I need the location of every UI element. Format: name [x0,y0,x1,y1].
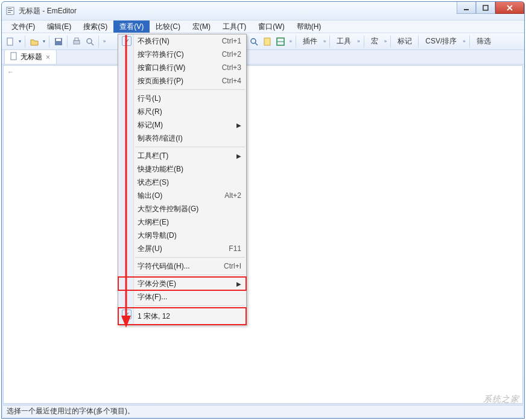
menu-view[interactable]: 查看(V) [113,21,150,33]
menu-item-label: 标记(M) [138,120,236,130]
toolbar-overflow-icon[interactable]: » [288,39,293,44]
svg-rect-4 [464,9,469,10]
menu-item-label: 快捷功能栏(B) [138,164,241,174]
menu-nowrap[interactable]: ✓ 不换行(N) Ctrl+1 [118,34,246,48]
view-menu-dropdown: ✓ 不换行(N) Ctrl+1 按字符换行(C) Ctrl+2 按窗口换行(W)… [118,34,247,325]
menu-font-category[interactable]: 字体分类(E)▶ [118,277,246,290]
tab-close-button[interactable]: × [45,53,51,62]
menu-line-number[interactable]: 行号(L) [118,92,246,105]
svg-rect-20 [11,52,16,60]
toolbar-group-marker[interactable]: 标记 [394,36,416,46]
menu-compare[interactable]: 比较(C) [150,21,186,33]
menu-char-code[interactable]: 字符代码值(H)...Ctrl+I [118,259,246,273]
menu-wrap-page[interactable]: 按页面换行(P) Ctrl+4 [118,74,246,88]
separator [49,36,50,48]
minimize-button[interactable] [457,2,476,14]
menu-wrap-char[interactable]: 按字符换行(C) Ctrl+2 [118,48,246,61]
new-dropdown-icon[interactable]: ▾ [17,39,22,44]
toolbar-group-plugins[interactable]: 插件 [299,36,321,46]
menu-fullscreen[interactable]: 全屏(U)F11 [118,242,246,255]
eof-marker: ← [7,68,14,75]
toolbar-group-tools[interactable]: 工具 [333,36,355,46]
menu-wrap-window[interactable]: 按窗口换行(W) Ctrl+3 [118,61,246,74]
menu-window[interactable]: 窗口(W) [252,21,290,33]
menu-ruler[interactable]: 标尺(R) [118,105,246,118]
marker-button[interactable] [261,36,273,48]
menu-macro[interactable]: 宏(M) [186,21,217,33]
tab-strip: 无标题 × [2,50,524,65]
menu-large-file[interactable]: 大型文件控制器(G) [118,202,246,215]
menu-item-label: 大纲栏(E) [138,217,241,228]
toolbar-group-filter[interactable]: 筛选 [473,36,495,46]
menu-recent-font-1[interactable]: ✓ 1 宋体, 12 [118,308,246,325]
print-button[interactable] [71,36,83,48]
svg-rect-17 [264,38,270,45]
menu-label: 比较(C) [156,22,180,32]
submenu-arrow-icon: ▶ [236,122,241,129]
maximize-button[interactable] [476,2,495,14]
window-buttons [457,2,524,14]
status-bar: 选择一个最近使用过的字体(多个项目)。 [3,405,523,417]
toolbar-overflow-icon[interactable]: » [383,39,388,44]
close-button[interactable] [495,2,524,14]
menu-status-bar[interactable]: 状态栏(S) [118,176,246,189]
menu-item-label: 标尺(R) [138,107,241,117]
menu-font[interactable]: 字体(F)... [118,290,246,304]
menu-item-label: 按字符换行(C) [138,49,222,60]
toolbar-overflow-icon[interactable]: » [102,39,107,44]
menu-separator [135,275,245,275]
separator [67,36,68,48]
menu-tools[interactable]: 工具(T) [217,21,252,33]
document-tab[interactable]: 无标题 × [4,49,57,64]
separator [329,36,331,48]
menu-item-label: 制表符/缩进(I) [138,133,241,144]
menu-edit[interactable]: 编辑(E) [41,21,77,33]
new-file-button[interactable] [4,36,16,48]
submenu-arrow-icon: ▶ [236,281,241,287]
menu-separator [135,257,245,258]
separator [98,36,100,48]
menu-item-label: 1 宋体, 12 [138,311,241,322]
menu-outline-guide[interactable]: 大纲导航(D) [118,229,246,242]
svg-rect-11 [74,40,80,44]
open-dropdown-icon[interactable]: ▾ [42,39,46,44]
menu-item-label: 按窗口换行(W) [138,63,222,73]
panel-button[interactable] [274,36,287,48]
menu-search[interactable]: 搜索(S) [77,21,113,33]
check-icon: ✓ [122,310,132,319]
submenu-arrow-icon: ▶ [236,153,241,159]
toolbar-overflow-icon[interactable]: » [322,39,327,44]
open-file-button[interactable] [28,36,40,48]
menu-label: 编辑(E) [47,22,71,32]
separator [469,36,471,48]
menu-help[interactable]: 帮助(H) [291,21,328,33]
document-icon [10,52,18,62]
separator [418,36,419,48]
editor-area[interactable]: ← [3,65,523,404]
menu-item-label: 状态栏(S) [138,177,241,188]
menu-tab-indent[interactable]: 制表符/缩进(I) [118,132,246,145]
print-preview-button[interactable] [84,36,96,48]
titlebar: 无标题 - EmEditor [2,2,524,20]
menu-function-bar[interactable]: 快捷功能栏(B) [118,162,246,176]
menu-marks[interactable]: 标记(M)▶ [118,118,246,132]
menu-separator [135,305,245,306]
menu-toolbars[interactable]: 工具栏(T)▶ [118,149,246,162]
toolbar-group-csv[interactable]: CSV/排序 [422,36,460,46]
status-text: 选择一个最近使用过的字体(多个项目)。 [7,406,135,416]
menu-file[interactable]: 文件(F) [5,21,41,33]
toolbar-overflow-icon[interactable]: » [356,39,361,44]
toolbar-overflow-icon[interactable]: » [461,39,466,44]
menu-outline-bar[interactable]: 大纲栏(E) [118,215,246,229]
menu-shortcut: F11 [229,244,241,253]
save-button[interactable] [52,36,65,48]
menu-output[interactable]: 输出(O)Alt+2 [118,189,246,202]
svg-point-13 [87,39,92,43]
svg-line-16 [255,43,258,45]
watermark: 系统之家 [483,394,519,405]
toolbar-group-macro[interactable]: 宏 [367,36,382,46]
menu-label: 工具(T) [223,22,246,32]
menu-shortcut: Ctrl+3 [222,63,241,72]
separator [25,36,26,48]
search-button[interactable] [248,36,260,48]
